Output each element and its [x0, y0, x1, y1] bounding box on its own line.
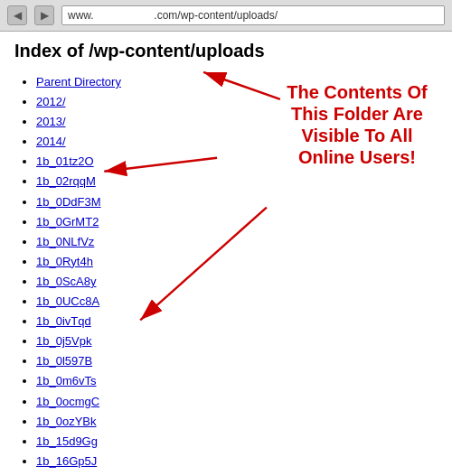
file-link[interactable]: 2014/	[36, 135, 66, 148]
forward-button[interactable]: ▶	[34, 5, 54, 25]
file-link[interactable]: 1b_0Ryt4h	[36, 255, 93, 268]
file-link[interactable]: 1b_02rqqM	[36, 174, 96, 188]
browser-toolbar: ◀ ▶	[0, 0, 452, 32]
file-link[interactable]: 1b_0ozYBk	[36, 415, 97, 428]
list-item: 1b_0ivTqd	[36, 312, 438, 331]
file-link[interactable]: 2012/	[36, 95, 66, 108]
file-link[interactable]: 1b_0ivTqd	[36, 314, 91, 328]
warning-text: The Contents Of This Folder Are Visible …	[280, 81, 434, 168]
file-link[interactable]: 1b_16Gp5J	[36, 454, 97, 468]
address-bar[interactable]	[61, 5, 445, 25]
file-link[interactable]: 1b_0GrMT2	[36, 215, 99, 229]
file-link[interactable]: 1b_0DdF3M	[36, 195, 101, 209]
list-item: 1b_0Ryt4h	[36, 252, 438, 272]
file-link[interactable]: 1b_0ocmgC	[36, 395, 99, 408]
list-item: 1b_1LVCLZ	[36, 471, 438, 473]
file-link[interactable]: 1b_0NLfVz	[36, 235, 94, 248]
warning-annotation: The Contents Of This Folder Are Visible …	[280, 81, 434, 168]
list-item: 1b_0UCc8A	[36, 292, 438, 312]
file-link[interactable]: 1b_0UCc8A	[36, 294, 99, 308]
list-item: 1b_0NLfVz	[36, 232, 438, 252]
list-item: 1b_0m6vTs	[36, 371, 438, 391]
page-title: Index of /wp-content/uploads	[14, 41, 438, 61]
file-link[interactable]: 1b_0j5Vpk	[36, 334, 91, 348]
list-item: 1b_0ocmgC	[36, 392, 438, 412]
list-item: 1b_0l597B	[36, 351, 438, 371]
back-button[interactable]: ◀	[7, 5, 27, 25]
list-item: 1b_0DdF3M	[36, 192, 438, 212]
file-link[interactable]: 2013/	[36, 115, 66, 128]
list-item: 1b_16Gp5J	[36, 452, 438, 471]
list-item: 1b_0GrMT2	[36, 212, 438, 232]
file-link[interactable]: Parent Directory	[36, 75, 121, 89]
file-link[interactable]: 1b_15d9Gg	[36, 434, 98, 448]
list-item: 1b_15d9Gg	[36, 432, 438, 452]
list-item: 1b_0j5Vpk	[36, 331, 438, 351]
list-item: 1b_0ozYBk	[36, 412, 438, 432]
file-link[interactable]: 1b_01tz2O	[36, 154, 94, 168]
list-item: 1b_02rqqM	[36, 172, 438, 191]
file-link[interactable]: 1b_0m6vTs	[36, 374, 96, 387]
list-item: 1b_0ScA8y	[36, 272, 438, 292]
page-content: Index of /wp-content/uploads Parent Dire…	[0, 32, 452, 473]
file-link[interactable]: 1b_0l597B	[36, 354, 92, 368]
file-link[interactable]: 1b_0ScA8y	[36, 275, 97, 288]
